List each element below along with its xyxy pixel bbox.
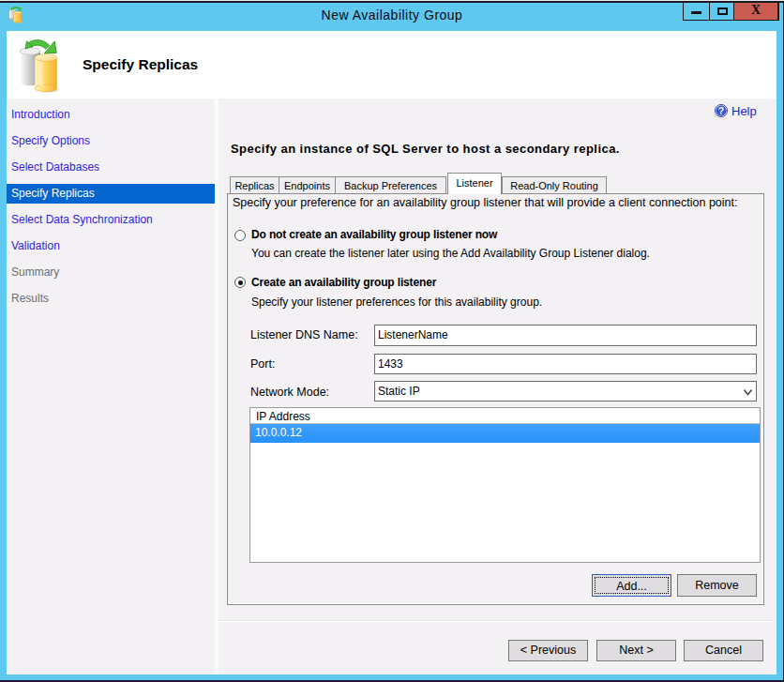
- svg-text:?: ?: [718, 105, 724, 116]
